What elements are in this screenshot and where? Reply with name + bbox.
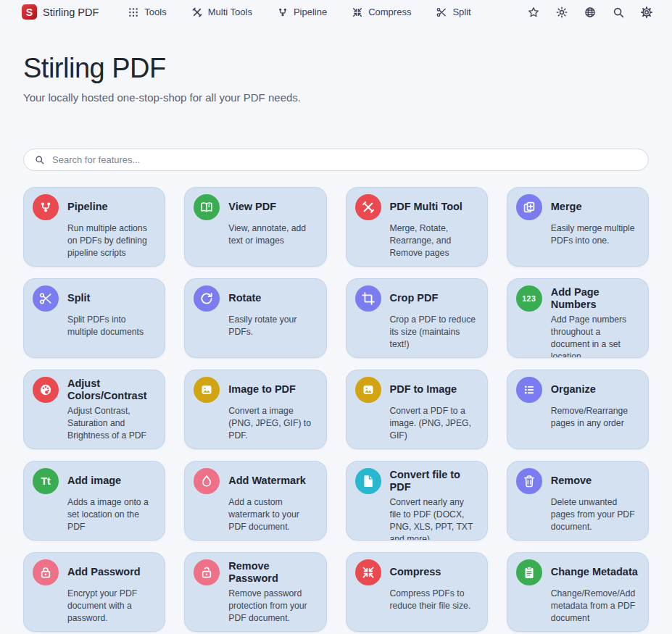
card-description: Adds a image onto a set location on the …: [67, 496, 154, 533]
lock-icon: [33, 559, 59, 585]
card-title: Split: [67, 285, 154, 312]
card-title: Merge: [551, 194, 638, 220]
file-icon: [355, 468, 381, 494]
scissors-icon: [436, 7, 447, 18]
tool-card-merge[interactable]: Merge Easily merge multiple PDFs into on…: [507, 187, 649, 267]
nav-links: Tools Multi Tools Pipeline Compress Spli…: [128, 7, 470, 18]
tool-card-convert-file-to-pdf[interactable]: Convert file to PDF Convert nearly any f…: [346, 461, 488, 541]
card-description: Delete unwanted pages from your PDF docu…: [551, 496, 638, 533]
card-title: Add Password: [67, 559, 154, 585]
tool-card-split[interactable]: Split Split PDFs into multiple documents: [23, 278, 165, 358]
card-description: Convert nearly any file to PDF (DOCX, PN…: [390, 496, 477, 541]
card-description: Convert a image (PNG, JPEG, GIF) to PDF.: [228, 405, 315, 442]
tool-card-remove-password[interactable]: Remove Password Remove password protecti…: [184, 552, 326, 632]
search-section: [23, 149, 649, 171]
theme-sun-icon[interactable]: [555, 6, 568, 19]
card-title: Organize: [551, 377, 638, 403]
card-title: Add image: [67, 468, 154, 494]
nav-item-pipeline[interactable]: Pipeline: [277, 7, 327, 18]
tool-card-grid: Pipeline Run multiple actions on PDFs by…: [23, 187, 649, 632]
card-title: Add Page Numbers: [551, 285, 638, 312]
scissors-icon: [33, 285, 59, 312]
grid-icon: [128, 7, 139, 18]
tool-card-pdf-to-image[interactable]: PDF to Image Convert a PDF to a image. (…: [346, 370, 488, 449]
settings-gear-icon[interactable]: [640, 6, 653, 19]
pipeline-icon: [277, 7, 289, 18]
hero-section: Stirling PDF Your locally hosted one-sto…: [0, 24, 672, 104]
tool-card-image-to-pdf[interactable]: Image to PDF Convert a image (PNG, JPEG,…: [184, 370, 326, 449]
card-title: Pipeline: [67, 194, 154, 220]
card-title: Rotate: [228, 285, 315, 312]
tool-card-add-password[interactable]: Add Password Encrypt your PDF document w…: [23, 552, 165, 632]
card-description: Merge, Rotate, Rearrange, and Remove pag…: [390, 222, 477, 259]
nav-item-label: Split: [452, 7, 470, 17]
tool-card-crop-pdf[interactable]: Crop PDF Crop a PDF to reduce its size (…: [346, 278, 488, 358]
tool-card-view-pdf[interactable]: View PDF View, annotate, add text or ima…: [184, 187, 326, 267]
card-description: Adjust Contrast, Saturation and Brightne…: [67, 405, 154, 442]
palette-icon: [33, 377, 59, 403]
tool-card-adjust-colors-contrast[interactable]: Adjust Colors/Contrast Adjust Contrast, …: [23, 370, 165, 449]
card-description: Crop a PDF to reduce its size (maintains…: [390, 314, 477, 351]
book-icon: [194, 194, 220, 220]
tool-card-change-metadata[interactable]: Change Metadata Change/Remove/Add metada…: [507, 552, 649, 632]
card-title: Image to PDF: [228, 377, 315, 403]
card-description: Change/Remove/Add metadata from a PDF do…: [551, 588, 638, 625]
card-title: PDF to Image: [390, 377, 477, 403]
card-description: Split PDFs into multiple documents: [67, 314, 154, 338]
nav-item-tools[interactable]: Tools: [128, 7, 166, 18]
page-subtitle: Your locally hosted one-stop-shop for al…: [23, 91, 649, 104]
nav-item-split[interactable]: Split: [436, 7, 470, 18]
card-description: Add Page numbers throughout a document i…: [551, 314, 638, 358]
card-title: View PDF: [228, 194, 315, 220]
card-title: Remove Password: [228, 559, 315, 585]
text-icon: Tt: [33, 468, 59, 494]
trash-icon: [516, 468, 542, 494]
list-icon: [516, 377, 542, 403]
tools-icon: [191, 7, 203, 18]
brand-home-link[interactable]: S Stirling PDF: [22, 4, 99, 20]
tool-card-pipeline[interactable]: Pipeline Run multiple actions on PDFs by…: [23, 187, 165, 267]
unlock-icon: [194, 559, 220, 585]
nav-item-compress[interactable]: Compress: [352, 7, 411, 18]
pipeline-icon: [33, 194, 59, 220]
top-navbar: S Stirling PDF Tools Multi Tools Pipelin…: [0, 0, 672, 24]
card-description: Add a custom watermark to your PDF docum…: [228, 496, 315, 533]
card-title: Remove: [551, 468, 638, 494]
nav-item-label: Multi Tools: [208, 7, 252, 17]
clipboard-icon: [516, 559, 542, 585]
nav-item-multi-tools[interactable]: Multi Tools: [191, 7, 252, 18]
feature-search-box[interactable]: [23, 149, 649, 171]
nav-item-label: Pipeline: [294, 7, 327, 17]
stirling-logo-icon: S: [22, 4, 37, 20]
language-globe-icon[interactable]: [584, 6, 597, 19]
image-icon: [355, 377, 381, 403]
card-description: Encrypt your PDF document with a passwor…: [67, 588, 154, 625]
card-title: Crop PDF: [390, 285, 477, 312]
tool-card-pdf-multi-tool[interactable]: PDF Multi Tool Merge, Rotate, Rearrange,…: [346, 187, 488, 267]
tools-icon: [355, 194, 381, 220]
tool-card-compress[interactable]: Compress Compress PDFs to reduce their f…: [346, 552, 488, 632]
card-description: Remove password protection from your PDF…: [228, 588, 315, 625]
favourites-star-icon[interactable]: [527, 6, 540, 19]
compress-icon: [352, 7, 363, 18]
merge-icon: [516, 194, 542, 220]
feature-search-input[interactable]: [52, 154, 638, 165]
card-description: Run multiple actions on PDFs by defining…: [67, 222, 154, 259]
tool-card-remove[interactable]: Remove Delete unwanted pages from your P…: [507, 461, 649, 541]
card-description: View, annotate, add text or images: [228, 222, 315, 247]
search-icon[interactable]: [612, 6, 625, 19]
tool-card-add-image[interactable]: Tt Add image Adds a image onto a set loc…: [23, 461, 165, 541]
card-description: Remove/Rearrange pages in any order: [551, 405, 638, 430]
card-title: Change Metadata: [551, 559, 638, 585]
tool-card-rotate[interactable]: Rotate Easily rotate your PDFs.: [184, 278, 326, 358]
tool-card-add-watermark[interactable]: Add Watermark Add a custom watermark to …: [184, 461, 326, 541]
navbar-actions: [527, 6, 653, 19]
card-title: Convert file to PDF: [390, 468, 477, 494]
rotate-icon: [194, 285, 220, 312]
tool-card-organize[interactable]: Organize Remove/Rearrange pages in any o…: [507, 370, 649, 449]
card-description: Compress PDFs to reduce their file size.: [390, 588, 477, 612]
compress-icon: [355, 559, 381, 585]
nav-item-label: Tools: [144, 7, 166, 17]
page-title: Stirling PDF: [23, 53, 649, 84]
tool-card-add-page-numbers[interactable]: 123 Add Page Numbers Add Page numbers th…: [507, 278, 649, 358]
